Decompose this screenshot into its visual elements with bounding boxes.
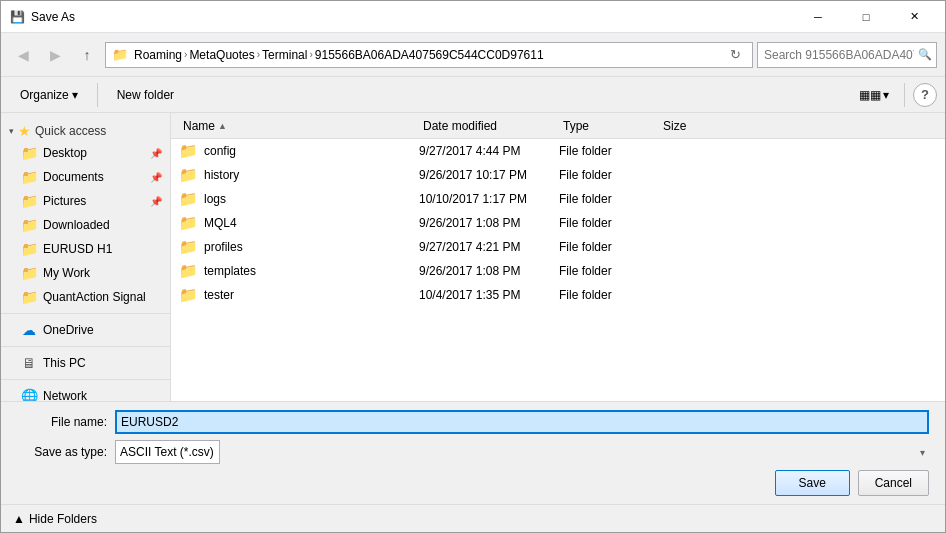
sidebar-section-quick-access[interactable]: ▾ ★ Quick access <box>1 117 170 141</box>
filename-label: File name: <box>17 415 107 429</box>
back-button[interactable]: ◀ <box>9 41 37 69</box>
folder-icon: 📁 <box>179 214 198 232</box>
sidebar-divider <box>1 379 170 380</box>
file-name-label: profiles <box>204 240 243 254</box>
file-name-cell: 📁 config <box>179 142 419 160</box>
sidebar-item-quantaction[interactable]: 📁 QuantAction Signal <box>1 285 170 309</box>
help-button[interactable]: ? <box>913 83 937 107</box>
view-arrow-icon: ▾ <box>883 88 889 102</box>
hide-folders-label: Hide Folders <box>29 512 97 526</box>
pin-icon: 📌 <box>150 172 162 183</box>
desktop-folder-icon: 📁 <box>21 145 37 161</box>
col-header-size[interactable]: Size <box>659 119 739 133</box>
sidebar-item-label: Downloaded <box>43 218 110 232</box>
file-name-cell: 📁 logs <box>179 190 419 208</box>
file-date-cell: 10/4/2017 1:35 PM <box>419 288 559 302</box>
breadcrumb-item[interactable]: MetaQuotes <box>189 48 254 62</box>
cancel-button[interactable]: Cancel <box>858 470 929 496</box>
onedrive-icon: ☁ <box>21 322 37 338</box>
search-input[interactable] <box>764 48 914 62</box>
new-folder-button[interactable]: New folder <box>106 83 185 107</box>
col-header-name[interactable]: Name ▲ <box>179 119 419 133</box>
forward-button[interactable]: ▶ <box>41 41 69 69</box>
sidebar-item-label: My Work <box>43 266 90 280</box>
up-button[interactable]: ↑ <box>73 41 101 69</box>
file-name-label: tester <box>204 288 234 302</box>
sidebar-item-label: OneDrive <box>43 323 94 337</box>
sidebar-item-downloaded[interactable]: 📁 Downloaded <box>1 213 170 237</box>
sidebar-item-eurusd-h1[interactable]: 📁 EURUSD H1 <box>1 237 170 261</box>
select-arrow-icon: ▾ <box>920 447 925 458</box>
filename-row: File name: <box>17 410 929 434</box>
organize-arrow-icon: ▾ <box>72 88 78 102</box>
breadcrumb-item[interactable]: Terminal <box>262 48 307 62</box>
col-header-type[interactable]: Type <box>559 119 659 133</box>
sidebar-item-pictures[interactable]: 📁 Pictures 📌 <box>1 189 170 213</box>
breadcrumb-item[interactable]: Roaming <box>134 48 182 62</box>
minimize-button[interactable]: ─ <box>795 1 841 33</box>
sidebar-divider <box>1 346 170 347</box>
file-date-cell: 9/26/2017 1:08 PM <box>419 216 559 230</box>
sidebar-item-label: QuantAction Signal <box>43 290 146 304</box>
file-row[interactable]: 📁 logs 10/10/2017 1:17 PM File folder <box>171 187 945 211</box>
file-name-cell: 📁 tester <box>179 286 419 304</box>
folder-icon: 📁 <box>179 286 198 304</box>
breadcrumb-separator: › <box>257 49 260 60</box>
file-list: 📁 config 9/27/2017 4:44 PM File folder 📁… <box>171 139 945 401</box>
maximize-button[interactable]: □ <box>843 1 889 33</box>
sidebar-item-onedrive[interactable]: ☁ OneDrive <box>1 318 170 342</box>
file-name-cell: 📁 profiles <box>179 238 419 256</box>
toolbar-separator <box>904 83 905 107</box>
sidebar-divider <box>1 313 170 314</box>
sidebar-item-desktop[interactable]: 📁 Desktop 📌 <box>1 141 170 165</box>
file-date-cell: 10/10/2017 1:17 PM <box>419 192 559 206</box>
filename-input[interactable] <box>115 410 929 434</box>
file-name-label: templates <box>204 264 256 278</box>
col-header-date[interactable]: Date modified <box>419 119 559 133</box>
sidebar-item-documents[interactable]: 📁 Documents 📌 <box>1 165 170 189</box>
close-button[interactable]: ✕ <box>891 1 937 33</box>
filetype-row: Save as type: ASCII Text (*.csv) ▾ <box>17 440 929 464</box>
file-content-area: Name ▲ Date modified Type Size 📁 config <box>171 113 945 401</box>
file-row[interactable]: 📁 MQL4 9/26/2017 1:08 PM File folder <box>171 211 945 235</box>
column-headers: Name ▲ Date modified Type Size <box>171 113 945 139</box>
bottom-buttons: Save Cancel <box>17 470 929 496</box>
toolbar-separator <box>97 83 98 107</box>
file-type-cell: File folder <box>559 288 659 302</box>
sidebar-item-network[interactable]: 🌐 Network <box>1 384 170 401</box>
footer: ▲ Hide Folders <box>1 504 945 532</box>
sidebar-item-my-work[interactable]: 📁 My Work <box>1 261 170 285</box>
save-button[interactable]: Save <box>775 470 850 496</box>
sort-arrow-icon: ▲ <box>218 121 227 131</box>
breadcrumb-item[interactable]: 915566BA06ADA407569C544CC0D97611 <box>315 48 544 62</box>
toolbar: ◀ ▶ ↑ 📁 Roaming › MetaQuotes › Terminal … <box>1 33 945 77</box>
file-type-cell: File folder <box>559 144 659 158</box>
file-row[interactable]: 📁 config 9/27/2017 4:44 PM File folder <box>171 139 945 163</box>
hide-folders-button[interactable]: ▲ Hide Folders <box>13 512 97 526</box>
sidebar-item-thispc[interactable]: 🖥 This PC <box>1 351 170 375</box>
file-date-cell: 9/27/2017 4:21 PM <box>419 240 559 254</box>
file-row[interactable]: 📁 templates 9/26/2017 1:08 PM File folde… <box>171 259 945 283</box>
filetype-select[interactable]: ASCII Text (*.csv) <box>115 440 220 464</box>
sidebar-item-label: EURUSD H1 <box>43 242 112 256</box>
file-name-label: history <box>204 168 239 182</box>
file-date-cell: 9/26/2017 10:17 PM <box>419 168 559 182</box>
file-date-cell: 9/27/2017 4:44 PM <box>419 144 559 158</box>
file-name-cell: 📁 MQL4 <box>179 214 419 232</box>
file-row[interactable]: 📁 profiles 9/27/2017 4:21 PM File folder <box>171 235 945 259</box>
address-bar[interactable]: 📁 Roaming › MetaQuotes › Terminal › 9155… <box>105 42 753 68</box>
titlebar: 💾 Save As ─ □ ✕ <box>1 1 945 33</box>
refresh-button[interactable]: ↻ <box>724 44 746 66</box>
filetype-select-wrapper: ASCII Text (*.csv) ▾ <box>115 440 929 464</box>
folder-icon: 📁 <box>179 238 198 256</box>
pin-icon: 📌 <box>150 148 162 159</box>
file-row[interactable]: 📁 history 9/26/2017 10:17 PM File folder <box>171 163 945 187</box>
view-options-button[interactable]: ▦▦ ▾ <box>852 85 896 105</box>
downloaded-folder-icon: 📁 <box>21 217 37 233</box>
save-as-dialog: 💾 Save As ─ □ ✕ ◀ ▶ ↑ 📁 Roaming › MetaQu… <box>0 0 946 533</box>
file-name-label: config <box>204 144 236 158</box>
file-row[interactable]: 📁 tester 10/4/2017 1:35 PM File folder <box>171 283 945 307</box>
work-folder-icon: 📁 <box>21 265 37 281</box>
hide-folders-chevron-icon: ▲ <box>13 512 25 526</box>
organize-button[interactable]: Organize ▾ <box>9 83 89 107</box>
